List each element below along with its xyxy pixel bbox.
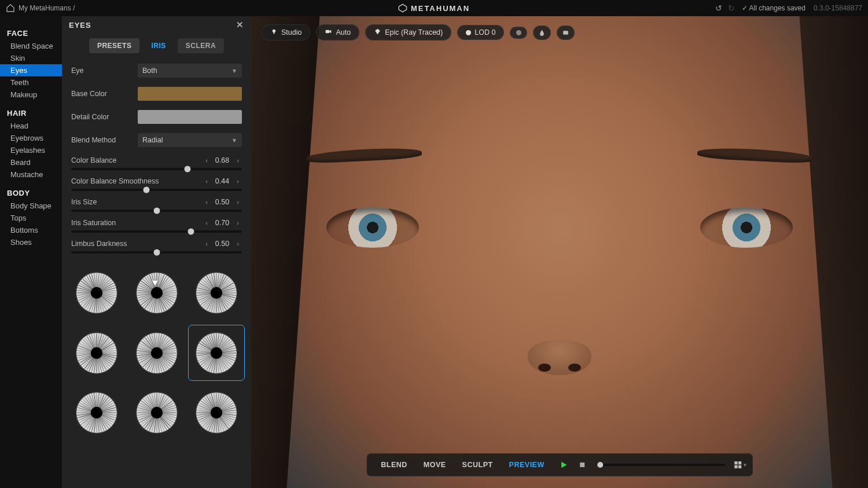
increment-icon[interactable]: › [234, 178, 242, 185]
slider-value[interactable]: 0.70 [211, 219, 234, 227]
increment-icon[interactable]: › [234, 157, 242, 164]
nav-category-hair: HAIR [7, 109, 62, 118]
timeline-thumb[interactable] [597, 462, 603, 468]
slider-thumb[interactable] [153, 249, 160, 256]
iris-pattern-1[interactable] [130, 266, 183, 320]
mode-blend[interactable]: BLEND [373, 457, 415, 472]
svg-point-254 [150, 347, 162, 358]
decrement-icon[interactable]: ‹ [203, 240, 211, 247]
panel-tab-iris[interactable]: IRIS [143, 38, 174, 53]
nav-item-body-shape[interactable]: Body Shape [7, 200, 62, 212]
slider-track[interactable] [71, 251, 242, 254]
breadcrumb[interactable]: My MetaHumans / [19, 4, 75, 12]
view-grid-button[interactable]: ▾ [733, 460, 746, 469]
metahuman-logo-icon [398, 3, 407, 13]
decrement-icon[interactable]: ‹ [203, 199, 211, 206]
slider-value[interactable]: 0.68 [211, 156, 234, 164]
slider-thumb[interactable] [187, 229, 194, 235]
quality-pill[interactable]: Epic (Ray Traced) [365, 24, 451, 41]
camera-pill[interactable]: Auto [316, 24, 359, 41]
chevron-down-icon: ▼ [231, 68, 237, 74]
iris-pattern-7[interactable] [130, 386, 183, 439]
mode-move[interactable]: MOVE [415, 457, 454, 472]
increment-icon[interactable]: › [234, 219, 242, 226]
home-icon[interactable] [6, 3, 15, 13]
iris-pattern-0[interactable] [70, 266, 123, 320]
slider-track[interactable] [71, 210, 242, 212]
iris-pattern-8[interactable] [190, 386, 243, 439]
iris-pattern-5[interactable] [190, 326, 243, 380]
slider-iris-size: Iris Size‹0.50› [71, 198, 242, 212]
nav-item-skin[interactable]: Skin [7, 52, 62, 64]
iris-pattern-4[interactable] [130, 326, 183, 380]
slider-value[interactable]: 0.44 [211, 177, 234, 185]
toggle-clay-icon[interactable] [510, 27, 527, 39]
toggle-environment-icon[interactable] [557, 25, 575, 40]
slider-value[interactable]: 0.50 [211, 198, 234, 206]
slider-limbus-darkness: Limbus Darkness‹0.50› [71, 240, 242, 254]
svg-point-152 [211, 287, 222, 299]
nav-item-makeup[interactable]: Makeup [7, 89, 62, 101]
detail-color-swatch[interactable] [138, 110, 242, 124]
stop-button[interactable] [575, 461, 590, 468]
slider-thumb[interactable] [184, 166, 190, 173]
slider-track[interactable] [71, 189, 242, 191]
decrement-icon[interactable]: ‹ [203, 157, 211, 164]
nav-item-blend-space[interactable]: Blend Space [7, 40, 62, 52]
svg-point-101 [150, 287, 162, 299]
lod-pill[interactable]: LOD 0 [457, 25, 504, 40]
hair-left [251, 16, 319, 488]
increment-icon[interactable]: › [234, 240, 242, 247]
iris-pattern-grid [62, 260, 251, 451]
slider-thumb[interactable] [143, 187, 149, 193]
svg-rect-468 [734, 461, 737, 464]
nav-item-eyes[interactable]: Eyes [0, 64, 62, 76]
eye-select-dropdown[interactable]: Both ▼ [138, 64, 242, 78]
svg-point-50 [91, 287, 102, 299]
svg-rect-461 [273, 32, 274, 34]
nostril-left [538, 364, 551, 372]
panel-tab-presets[interactable]: PRESETS [89, 38, 140, 53]
toggle-hair-icon[interactable] [533, 25, 551, 40]
chevron-down-icon: ▾ [744, 462, 746, 468]
svg-rect-470 [734, 465, 737, 468]
mode-sculpt[interactable]: SCULPT [454, 457, 501, 472]
nav-item-teeth[interactable]: Teeth [7, 76, 62, 89]
panel-tab-sclera[interactable]: SCLERA [178, 38, 224, 53]
blend-method-label: Blend Method [71, 136, 138, 144]
mode-preview[interactable]: PREVIEW [501, 457, 553, 472]
nav-item-shoes[interactable]: Shoes [7, 236, 62, 248]
decrement-icon[interactable]: ‹ [203, 219, 211, 226]
nav-item-eyebrows[interactable]: Eyebrows [7, 132, 62, 144]
nav-item-beard[interactable]: Beard [7, 156, 62, 168]
blend-method-dropdown[interactable]: Radial ▼ [138, 133, 242, 147]
iris-pattern-2[interactable] [190, 266, 243, 320]
redo-icon[interactable]: ↻ [728, 3, 735, 13]
nav-item-eyelashes[interactable]: Eyelashes [7, 144, 62, 156]
nav-item-head[interactable]: Head [7, 120, 62, 132]
base-color-label: Base Color [71, 90, 138, 98]
viewport[interactable]: Studio Auto Epic (Ray Traced) LOD 0 [251, 16, 868, 488]
slider-value[interactable]: 0.50 [211, 240, 234, 248]
close-icon[interactable]: ✕ [236, 20, 244, 30]
face-render [251, 16, 868, 488]
decrement-icon[interactable]: ‹ [203, 178, 211, 185]
nav-item-bottoms[interactable]: Bottoms [7, 224, 62, 236]
eye-select-value: Both [142, 67, 157, 75]
undo-icon[interactable]: ↺ [715, 3, 722, 13]
base-color-swatch[interactable] [138, 87, 242, 101]
panel-title: EYES [69, 21, 91, 30]
lighting-pill[interactable]: Studio [262, 24, 310, 41]
play-button[interactable] [556, 461, 571, 469]
increment-icon[interactable]: › [234, 199, 242, 206]
slider-track[interactable] [71, 230, 242, 233]
svg-marker-466 [561, 462, 567, 468]
nav-item-tops[interactable]: Tops [7, 212, 62, 224]
iris-pattern-6[interactable] [70, 386, 123, 439]
slider-track[interactable] [71, 168, 242, 170]
lightbulb-icon [270, 28, 278, 37]
iris-pattern-3[interactable] [70, 326, 123, 380]
slider-thumb[interactable] [153, 208, 160, 214]
nav-item-mustache[interactable]: Mustache [7, 168, 62, 181]
animation-timeline[interactable] [598, 464, 725, 466]
